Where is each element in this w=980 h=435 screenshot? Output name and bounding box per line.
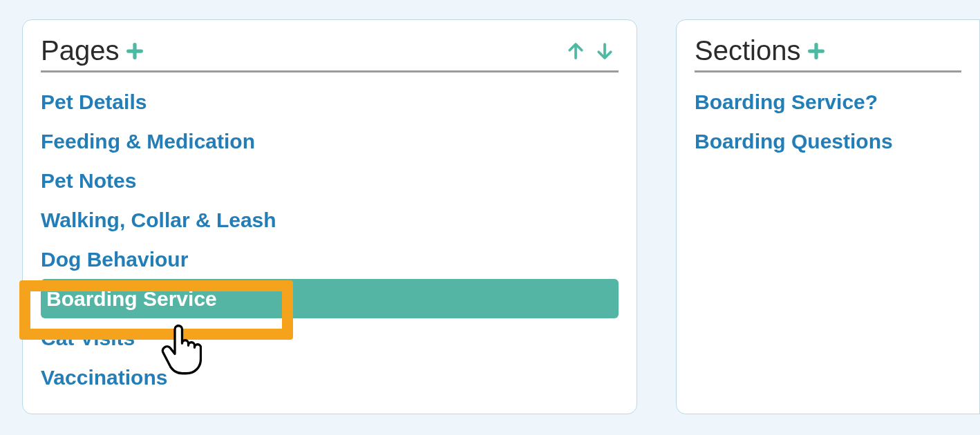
pages-list-item[interactable]: Walking, Collar & Leash [41, 200, 619, 240]
reorder-controls [565, 40, 619, 62]
pages-list-item[interactable]: Pet Notes [41, 161, 619, 200]
pages-list-item[interactable]: Dog Behaviour [41, 240, 619, 279]
move-up-button[interactable] [565, 40, 587, 62]
arrow-down-icon [594, 41, 615, 61]
sections-title: Sections [695, 35, 800, 66]
sections-list-item[interactable]: Boarding Service? [695, 82, 961, 122]
pages-list-item[interactable]: Vaccinations [41, 358, 619, 397]
pages-list: Pet Details Feeding & Medication Pet Not… [41, 82, 619, 397]
pages-title-wrap: Pages [41, 35, 147, 66]
app-stage: Pages [0, 0, 980, 435]
add-section-button[interactable] [804, 39, 828, 63]
pages-list-item[interactable]: Pet Details [41, 82, 619, 122]
sections-list: Boarding Service? Boarding Questions [695, 82, 961, 161]
arrow-up-icon [565, 41, 586, 61]
sections-panel-header: Sections [695, 35, 961, 72]
pages-panel: Pages [22, 19, 637, 414]
sections-list-item[interactable]: Boarding Questions [695, 122, 961, 161]
pages-panel-header: Pages [41, 35, 619, 72]
sections-panel: Sections Boarding Service? Boarding Ques… [676, 19, 980, 414]
pages-list-item-selected[interactable]: Boarding Service [41, 279, 619, 318]
plus-icon [807, 41, 826, 61]
pages-list-item[interactable]: Cat Visits [41, 318, 619, 358]
pages-title: Pages [41, 35, 119, 66]
sections-title-wrap: Sections [695, 35, 828, 66]
pages-list-item[interactable]: Feeding & Medication [41, 122, 619, 161]
move-down-button[interactable] [594, 40, 616, 62]
plus-icon [125, 41, 144, 61]
add-page-button[interactable] [123, 39, 147, 63]
